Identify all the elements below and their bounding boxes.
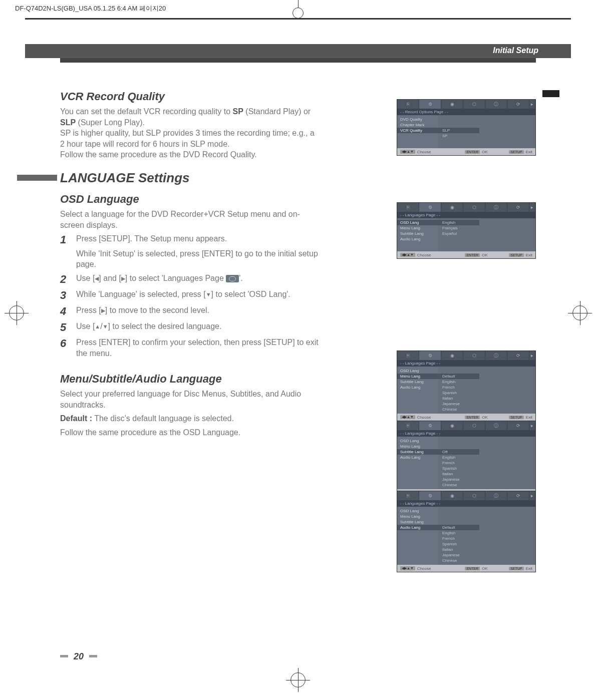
ok-label: OK xyxy=(482,253,488,257)
slp-label: SLP xyxy=(60,118,76,127)
ok-label: OK xyxy=(482,566,488,571)
osd-left-item: Subtitle Lang xyxy=(397,519,438,525)
header-band-text: Initial Setup xyxy=(493,46,538,55)
osd-tab: ⎘ xyxy=(397,100,419,109)
osd-left-item: Subtitle Lang xyxy=(397,449,438,455)
osd-right-col: OffEnglishFrenchSpanishItalianJapaneseCh… xyxy=(438,437,535,489)
menu-lang-follow: Follow the same procedure as the OSD Lan… xyxy=(60,427,321,438)
osd-left-item: Audio Lang xyxy=(397,455,438,460)
t: '. xyxy=(239,274,243,282)
osd-right-item: Français xyxy=(438,225,535,231)
osd-right-item: Italian xyxy=(438,547,535,552)
osd-right-item: English xyxy=(438,220,479,225)
t: ] to move to the second level. xyxy=(105,306,209,314)
osd-tab: ⚙ xyxy=(419,491,441,500)
osd-right-item: English xyxy=(438,379,535,385)
t: ] to select 'OSD Lang'. xyxy=(211,290,290,298)
osd-right-col: EnglishFrançaisEspañol xyxy=(438,218,535,251)
ok-label: OK xyxy=(482,150,488,154)
step-4: 4 Press [▶] to move to the second level. xyxy=(60,305,321,318)
osd-tab: ⟳ xyxy=(507,100,529,109)
menu-lang-default: Default : The disc's default language is… xyxy=(60,413,321,424)
menu-lang-intro: Select your preferred language for Disc … xyxy=(60,389,321,410)
osd-left-col: OSD LangMenu LangSubtitle LangAudio Lang xyxy=(397,367,438,414)
language-settings-heading: LANGUAGE Settings xyxy=(60,170,190,186)
right-arrow-icon: ▶ xyxy=(121,275,125,282)
up-arrow-icon: ▲ xyxy=(95,323,100,330)
osd-tab: ◉ xyxy=(441,100,463,109)
t: ] to select the desired language. xyxy=(108,322,222,330)
choose-label: Choose xyxy=(417,415,431,420)
osd-left-item: Menu Lang xyxy=(397,444,438,449)
sp-label: SP xyxy=(233,107,243,116)
osd4-panel: ⎘⚙◉⬡ⓘ⟳▸ - - Languages Page - - OSD LangM… xyxy=(397,421,536,497)
vcr-p2: SP is higher quality, but SLP provides 3… xyxy=(60,128,321,149)
osd3-panel: ⎘⚙◉⬡ⓘ⟳▸ - - Languages Page - - OSD LangM… xyxy=(397,351,536,421)
osd-lang-title: OSD Language xyxy=(60,193,321,206)
osd-tab: ▸ xyxy=(529,100,535,109)
setup-btn-icon: SETUP xyxy=(509,567,523,570)
osd-left-item: VCR Quality xyxy=(397,128,438,133)
osd-right-item: Chinese xyxy=(438,482,535,488)
osd-tab: ⎘ xyxy=(397,421,419,430)
ok-label: OK xyxy=(482,415,488,420)
osd-right-item: Spanish xyxy=(438,466,535,471)
osd-right-item: Japanese xyxy=(438,477,535,482)
vcr-p3: Follow the same procedure as the DVD Rec… xyxy=(60,149,321,160)
osd-right-item: Default xyxy=(438,525,479,530)
t: Press [ xyxy=(76,306,101,314)
t: ] and [ xyxy=(99,274,121,282)
enter-btn-icon: ENTER xyxy=(465,567,480,570)
exit-label: Exit xyxy=(526,415,532,420)
osd-left-item: OSD Lang xyxy=(397,220,438,225)
osd-right-item: English xyxy=(438,530,535,536)
choose-label: Choose xyxy=(417,253,431,257)
osd-tab: ◉ xyxy=(441,351,463,360)
osd-left-item: Chapter Mark xyxy=(397,122,438,128)
osd-tab: ◉ xyxy=(441,421,463,430)
osd-tab: ⎘ xyxy=(397,491,419,500)
down-arrow-icon: ▼ xyxy=(206,291,211,298)
step-num: 1 xyxy=(60,233,70,270)
osd-tab: ⓘ xyxy=(485,100,507,109)
osd1-panel: ⎘⚙◉⬡ⓘ⟳▸ - - Record Options Page - - DVD … xyxy=(397,99,536,156)
vcr-title: VCR Record Quality xyxy=(60,90,321,103)
osd-right-item: Default xyxy=(438,374,479,379)
step-1: 1 Press [SETUP]. The Setup menu appears.… xyxy=(60,233,321,270)
crop-mark-top-icon xyxy=(290,0,306,15)
step-2: 2 Use [◀] and [▶] to select 'Languages P… xyxy=(60,273,321,286)
t: While 'Init Setup' is selected, press [E… xyxy=(76,248,321,270)
osd-left-item: Menu Lang xyxy=(397,374,438,379)
osd-tab: ▸ xyxy=(529,203,535,212)
t: Use [ xyxy=(76,274,95,282)
osd-left-item: Subtitle Lang xyxy=(397,379,438,385)
osd-tab: ⬡ xyxy=(463,491,485,500)
osd-tab: ▸ xyxy=(529,491,535,500)
osd-right-item: Español xyxy=(438,231,535,236)
page-number-value: 20 xyxy=(74,651,84,661)
osd-footer: ◀▶▲▼ Choose ENTER OK SETUP Exit xyxy=(397,414,535,421)
osd-page-title: - - Languages Page - - xyxy=(397,212,535,218)
osd-tab: ⟳ xyxy=(507,421,529,430)
exit-label: Exit xyxy=(526,253,532,257)
step-5: 5 Use [▲/▼] to select the desired langua… xyxy=(60,321,321,334)
osd-left-item: Audio Lang xyxy=(397,385,438,390)
osd-right-item: French xyxy=(438,385,535,390)
t: While 'Language' is selected, press [ xyxy=(76,290,206,298)
arrows-icon: ◀▶▲▼ xyxy=(400,150,415,154)
osd-tabs: ⎘⚙◉⬡ⓘ⟳▸ xyxy=(397,203,535,212)
osd-footer: ◀▶▲▼ Choose ENTER OK SETUP Exit xyxy=(397,251,535,258)
osd-tab: ⬡ xyxy=(463,203,485,212)
header-band: Initial Setup xyxy=(25,44,571,58)
osd-right-col: DefaultEnglishFrenchSpanishItalianJapane… xyxy=(438,507,535,565)
print-header: DF-Q74D2N-LS(GB)_USA 05.1.25 6:4 AM 페이지2… xyxy=(15,4,166,13)
osd-right-item: Spanish xyxy=(438,541,535,547)
osd-right-item: Japanese xyxy=(438,401,535,407)
default-label: Default : xyxy=(60,414,92,423)
osd-tab: ⚙ xyxy=(419,421,441,430)
osd-right-item: English xyxy=(438,455,535,460)
step-num: 2 xyxy=(60,273,70,286)
choose-label: Choose xyxy=(417,566,431,571)
page-number: 20 xyxy=(60,651,97,662)
enter-btn-icon: ENTER xyxy=(465,150,480,154)
